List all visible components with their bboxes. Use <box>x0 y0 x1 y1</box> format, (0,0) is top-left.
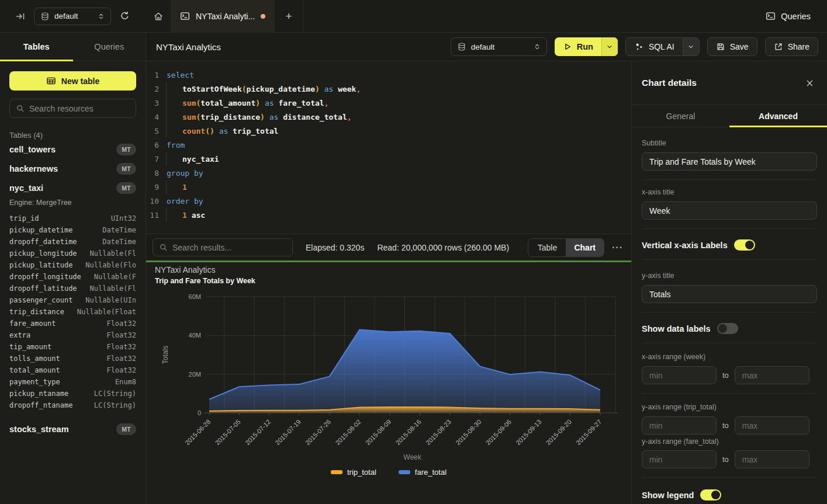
column-row: dropoff_latitudeNullable(Fl <box>9 283 136 294</box>
legend-item[interactable]: trip_total <box>331 468 376 477</box>
panel-tab-advanced[interactable]: Advanced <box>729 105 827 127</box>
view-option-chart[interactable]: Chart <box>566 239 604 256</box>
code-line: 8group by <box>146 166 631 180</box>
column-name: passenger_count <box>9 296 72 304</box>
code-line: 1select <box>146 68 631 82</box>
database-selector[interactable]: default <box>34 8 111 25</box>
data-labels-label: Show data labels <box>642 324 711 333</box>
y-range-fare-max-input[interactable] <box>735 450 809 468</box>
y-range-trip-max-input[interactable] <box>735 416 809 435</box>
close-panel-button[interactable] <box>805 79 814 88</box>
legend-marker <box>331 470 342 474</box>
column-row: dropoff_longitudeNullable(F <box>9 271 136 283</box>
sparkles-icon <box>634 42 644 52</box>
run-options-button[interactable] <box>601 37 618 56</box>
x-range-label: x-axis range (week) <box>642 353 817 361</box>
code-text: 1 <box>167 183 187 192</box>
column-name: dropoff_longitude <box>9 273 81 281</box>
table-row[interactable]: cell_towersMT <box>9 140 136 159</box>
range-to-label: to <box>722 371 729 380</box>
share-button-label: Share <box>788 42 809 51</box>
sql-editor[interactable]: 1select2toStartOfWeek(pickup_datetime) a… <box>146 61 631 234</box>
y-axis-title-input[interactable] <box>642 285 817 303</box>
section-divider <box>642 312 817 312</box>
y-range-fare-min-input[interactable] <box>642 450 717 468</box>
x-range-min-input[interactable] <box>642 366 717 384</box>
sidebar-search[interactable] <box>9 99 136 118</box>
run-button-group: Run <box>555 37 618 56</box>
new-tab-button[interactable]: + <box>275 0 303 33</box>
table-row[interactable]: nyc_taxiMT <box>9 178 136 197</box>
column-name: total_amount <box>9 366 60 374</box>
active-tab-underline <box>0 60 73 61</box>
vertical-labels-toggle[interactable] <box>734 239 755 251</box>
column-type: LC(String) <box>94 390 136 398</box>
x-axis-title-label: x-axis title <box>642 188 817 196</box>
column-name: pickup_datetime <box>9 226 72 234</box>
table-row[interactable]: stocks_streamMT <box>9 419 136 439</box>
column-name: dropoff_ntaname <box>9 401 72 409</box>
sidebar-tab-queries[interactable]: Queries <box>73 33 146 61</box>
indent-guide <box>166 124 167 138</box>
search-results-input[interactable] <box>172 243 286 252</box>
more-options-button[interactable]: ··· <box>612 242 623 253</box>
code-line: 10order by <box>146 194 631 208</box>
database-icon <box>457 42 466 51</box>
search-resources-input[interactable] <box>29 104 130 113</box>
show-legend-toggle[interactable] <box>700 489 721 500</box>
share-button[interactable]: Share <box>765 37 818 56</box>
new-table-button[interactable]: New table <box>9 71 136 91</box>
column-type: LC(String) <box>94 401 136 409</box>
column-type: DateTime <box>102 226 136 234</box>
column-name: trip_distance <box>9 308 64 316</box>
panel-tab-general[interactable]: General <box>632 105 729 127</box>
line-number: 9 <box>146 183 159 192</box>
column-type: Nullable(Flo <box>85 261 136 269</box>
legend-label: fare_total <box>415 468 447 477</box>
code-line: 6from <box>146 138 631 152</box>
column-name: trip_id <box>9 214 39 223</box>
query-header: NYTaxi Analytics default <box>146 33 827 61</box>
run-button[interactable]: Run <box>555 37 601 56</box>
sql-ai-options-button[interactable] <box>683 38 699 55</box>
sql-ai-button[interactable]: SQL AI <box>626 38 683 55</box>
results-search[interactable] <box>153 238 293 256</box>
line-number: 10 <box>146 197 159 206</box>
column-name: payment_type <box>9 378 60 386</box>
chevron-down-icon <box>687 43 694 50</box>
refresh-icon <box>120 11 130 21</box>
svg-text:2015-07-12: 2015-07-12 <box>244 418 272 446</box>
indent-guide <box>166 96 167 110</box>
home-button[interactable] <box>146 0 171 33</box>
svg-text:Totals: Totals <box>161 346 169 364</box>
x-range-max-input[interactable] <box>735 366 809 384</box>
chart-titles: NYTaxi Analytics Trip and Fare Totals by… <box>155 265 255 285</box>
y-range-trip-min-input[interactable] <box>642 416 717 435</box>
legend-item[interactable]: fare_total <box>399 468 447 477</box>
column-row: pickup_latitudeNullable(Flo <box>9 259 136 271</box>
y-range-fare-label: y-axis range (fare_total) <box>642 437 817 446</box>
column-row: dropoff_datetimeDateTime <box>9 236 136 248</box>
svg-text:2015-06-28: 2015-06-28 <box>184 418 212 446</box>
sidebar-tab-tables[interactable]: Tables <box>0 33 73 61</box>
elapsed-stat: Elapsed: 0.320s <box>306 243 364 252</box>
column-row: total_amountFloat32 <box>9 364 136 376</box>
subtitle-input[interactable] <box>642 152 817 171</box>
refresh-button[interactable] <box>117 9 132 24</box>
x-axis-title-input[interactable] <box>642 201 817 220</box>
run-database-selector[interactable]: default <box>451 37 547 56</box>
table-row[interactable]: hackernewsMT <box>9 159 136 178</box>
collapse-sidebar-button[interactable] <box>13 9 28 24</box>
table-icon <box>46 76 56 86</box>
view-option-table[interactable]: Table <box>528 239 566 256</box>
column-name: pickup_ntaname <box>9 390 68 398</box>
data-labels-toggle[interactable] <box>717 323 738 334</box>
top-bar: default <box>0 0 827 33</box>
queries-button[interactable]: Queries <box>766 11 811 21</box>
y-range-trip-label: y-axis range (trip_total) <box>642 403 817 411</box>
line-number: 6 <box>146 141 159 150</box>
tab-nytaxi-analytics[interactable]: NYTaxi Analyti... <box>171 0 275 33</box>
legend-marker <box>399 470 410 474</box>
save-button[interactable]: Save <box>707 37 757 56</box>
column-type: Nullable(UIn <box>85 296 136 304</box>
